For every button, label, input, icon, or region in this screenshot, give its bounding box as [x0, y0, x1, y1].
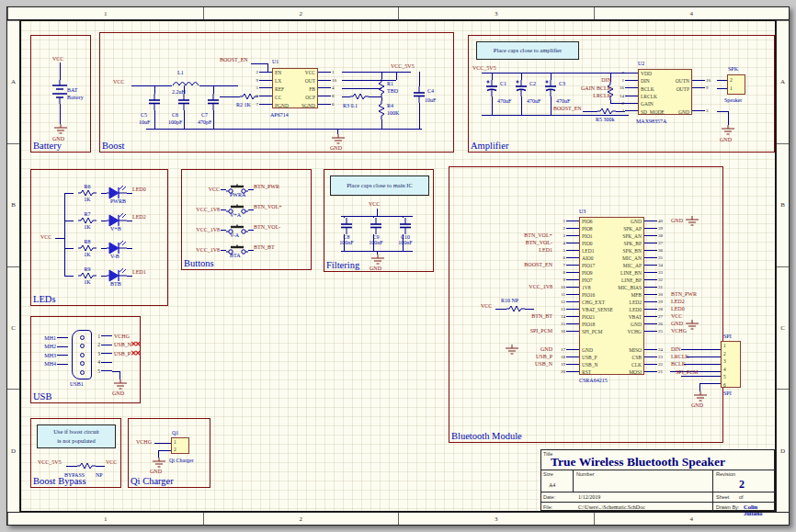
- c2-value: 470uF: [527, 98, 540, 104]
- pin-name: OUTN: [676, 77, 689, 85]
- net-vcc5v5: VCC_5V5: [391, 63, 415, 69]
- resistor-icon[interactable]: [378, 101, 385, 119]
- usb-connector[interactable]: [72, 330, 92, 379]
- section-label-leds: LEDs: [33, 294, 56, 305]
- title-block[interactable]: Title True Wireless Bluetooth Speaker Si…: [540, 449, 775, 511]
- resistor-icon[interactable]: [350, 93, 369, 100]
- ic-u2[interactable]: 7DIN1BCLK16LRCLK1424 VDDDINBCLKLRCLKGAIN…: [583, 69, 748, 115]
- button-row: VCC_1V8 BTN_VOL+ V+A: [188, 199, 309, 220]
- resistor-group[interactable]: R8 1K: [74, 239, 101, 257]
- pin-row: VCC_1V810: [477, 283, 579, 290]
- capacitor-icon[interactable]: [544, 80, 557, 96]
- pin-number: 23: [657, 355, 669, 359]
- pin-number: 16: [613, 85, 625, 90]
- pin-number: 24: [657, 347, 669, 352]
- resistor-icon[interactable]: [378, 79, 385, 97]
- spk-name: Speaker: [724, 97, 742, 103]
- pin-stub: [644, 257, 657, 258]
- capacitor-icon[interactable]: [515, 80, 528, 96]
- pin-number: 6: [331, 102, 343, 107]
- pin-number: 7: [247, 102, 259, 107]
- pin-stub: [625, 80, 638, 81]
- wire: [127, 221, 132, 221]
- capacitor-group[interactable]: C9 100nF: [361, 218, 391, 245]
- note-amplifier[interactable]: Place caps close to amplifier: [476, 41, 579, 60]
- pin-row: DIN1: [583, 76, 638, 84]
- revision-label: Revision: [716, 472, 735, 478]
- resistor-icon[interactable]: [77, 462, 96, 470]
- pin-stub: [625, 96, 638, 96]
- file-value: C:\Users\..\Schematic.SchDoc: [578, 504, 645, 510]
- spi-connector[interactable]: 123456: [721, 341, 741, 388]
- usb-pin-dot: [80, 370, 85, 375]
- inductor-icon[interactable]: [172, 79, 199, 86]
- gnd-icon: [331, 134, 346, 145]
- capacitor-icon[interactable]: [148, 94, 161, 110]
- capacitor-icon[interactable]: [207, 94, 220, 110]
- pin-stub: [566, 279, 579, 280]
- zone-label: C: [777, 266, 789, 390]
- u1-partnumber: AP6714: [270, 112, 289, 118]
- wire: [492, 96, 493, 115]
- note-filtering[interactable]: Place caps close to main IC: [330, 175, 429, 196]
- pin-stub: [644, 364, 657, 365]
- capacitor-group[interactable]: C10 100nF: [391, 218, 420, 245]
- wire: [55, 238, 64, 239]
- zone-strip-right: ABCD: [776, 20, 789, 512]
- pin-number: 9: [554, 277, 566, 282]
- noerc-cross-icon: ✕✕: [131, 350, 139, 357]
- pin-row: 34: [644, 261, 711, 268]
- pin-name: LX: [275, 77, 289, 85]
- net-label: LED0: [669, 306, 711, 311]
- vcc-port: VCC: [188, 187, 221, 192]
- u3-right-names: GNDSPK_APSPK_ANSPK_BPSPK_BNMIC_ANMIC_APL…: [618, 218, 642, 376]
- pin-number: 5: [554, 248, 566, 253]
- capacitor-group[interactable]: C8 100nF: [332, 218, 361, 245]
- wire: [717, 111, 728, 112]
- pin-row: 7: [583, 69, 638, 76]
- pin-stub: [566, 331, 579, 332]
- wire: [699, 383, 721, 384]
- pin-stub: [566, 371, 579, 372]
- pin-row: 9: [235, 76, 272, 85]
- u1-body[interactable]: ENLXREFCCPGND VCCOUTFBOCPSGND: [272, 68, 318, 108]
- resistor-group[interactable]: R9 1K: [74, 266, 101, 285]
- u3-body[interactable]: PIO6PIO8PIO1PIO0LED1AIO0PIO17PIO9PIO71V8…: [579, 217, 644, 375]
- net-label: BTN_BT: [477, 313, 554, 319]
- net-label: USB_N: [477, 361, 554, 367]
- section-battery: VCC BAT Battery GND Battery: [30, 35, 91, 153]
- u2-body[interactable]: VDDDINBCLKLRCLKGAINSD_MODE OUTNOUTP GND: [638, 69, 692, 115]
- wire: [248, 230, 254, 231]
- led-name: BTB: [110, 281, 121, 287]
- resistor-group[interactable]: R6 1K: [74, 184, 101, 202]
- capacitor-icon: [399, 218, 412, 234]
- wire: [57, 337, 68, 338]
- note-bypass[interactable]: Use if boost circuit is not populated: [37, 424, 116, 448]
- resistor-group[interactable]: R7 1K: [74, 211, 101, 230]
- capacitor-icon[interactable]: [485, 80, 498, 96]
- wire: [101, 345, 112, 345]
- pin-name: LED0: [630, 306, 642, 313]
- capacitor-icon[interactable]: [177, 94, 190, 110]
- pin-row: 32: [644, 276, 711, 283]
- date-value: 1/12/2019: [578, 494, 600, 500]
- pin-number: 9: [247, 78, 259, 83]
- cap-value: 100nF: [339, 240, 353, 245]
- gnd-icon: [152, 458, 166, 469]
- wire: [342, 96, 350, 97]
- qi-connector[interactable]: 12: [171, 437, 189, 454]
- pin-row: 29LED2: [644, 298, 711, 305]
- wire: [213, 110, 214, 129]
- capacitor-icon[interactable]: [413, 86, 426, 103]
- resistor-icon[interactable]: [506, 305, 525, 312]
- vcc-port: VCC: [40, 234, 51, 240]
- pin-number: 29: [657, 300, 669, 304]
- pin-stub: [644, 357, 657, 357]
- c7-designator: C7: [201, 112, 208, 118]
- u3-left-pins: 12BTN_VOL+3BTN_VOL-4LED156BOOST_EN789VCC…: [477, 217, 579, 375]
- wire: [101, 362, 112, 363]
- pin-number: 7: [613, 71, 625, 75]
- vcc-port: VCC: [369, 201, 380, 207]
- speaker-connector[interactable]: 21: [727, 74, 745, 95]
- u2-partnumber: MAX98357A: [636, 119, 666, 124]
